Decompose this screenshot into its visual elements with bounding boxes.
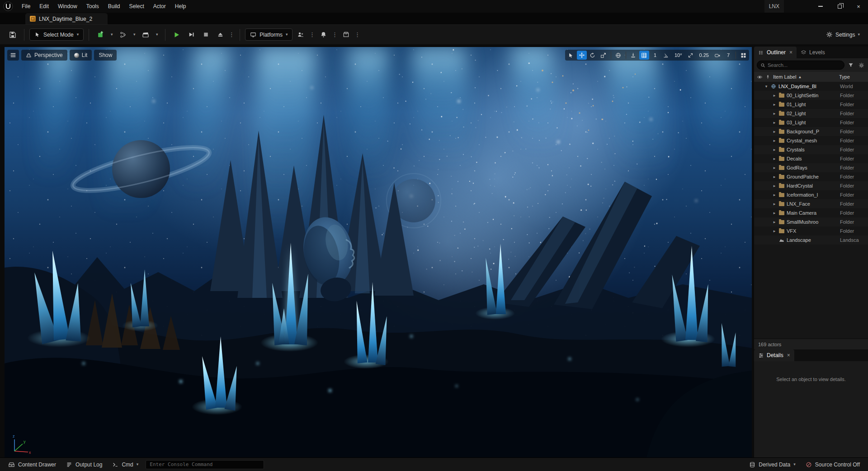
notifications-button[interactable] <box>317 28 330 41</box>
outliner-row[interactable]: ▸VFXFolder <box>754 226 868 236</box>
console-command-input[interactable] <box>146 460 264 469</box>
tab-outliner[interactable]: Outliner × <box>754 47 797 58</box>
outliner-row[interactable]: ▸Background_PFolder <box>754 127 868 136</box>
outliner-search[interactable] <box>757 61 844 70</box>
grid-snap-button[interactable] <box>639 51 649 60</box>
minimize-button[interactable] <box>811 0 830 13</box>
tab-levels[interactable]: Levels <box>797 47 829 58</box>
stop-button[interactable] <box>199 28 212 41</box>
outliner-row[interactable]: ▸01_LightFolder <box>754 100 868 109</box>
play-options-kebab[interactable]: ⋮ <box>228 28 235 41</box>
add-actor-button[interactable] <box>94 28 107 41</box>
outliner-row[interactable]: ▸DecalsFolder <box>754 154 868 163</box>
expand-arrow-icon[interactable]: ▸ <box>772 184 777 188</box>
scale-snap-button[interactable] <box>686 51 696 60</box>
scale-tool-button[interactable] <box>599 51 609 60</box>
expand-arrow-icon[interactable]: ▸ <box>772 129 777 134</box>
content-drawer-button[interactable]: Content Drawer <box>4 458 61 471</box>
pin-icon[interactable] <box>765 74 770 80</box>
rotation-snap-button[interactable] <box>661 51 671 60</box>
menu-actor[interactable]: Actor <box>149 0 170 13</box>
tab-details[interactable]: Details × <box>754 349 794 361</box>
outliner-row[interactable]: ▸CrystalsFolder <box>754 145 868 154</box>
viewport-options-button[interactable] <box>7 50 19 61</box>
menu-help[interactable]: Help <box>170 0 191 13</box>
camera-speed-value[interactable]: 7 <box>723 51 733 60</box>
column-item-label[interactable]: Item Label ▲ <box>773 74 836 80</box>
scale-snap-value[interactable]: 0.25 <box>697 51 712 60</box>
viewport-lit-dropdown[interactable]: Lit <box>70 50 92 61</box>
add-actor-chevron[interactable]: ▾ <box>108 28 115 41</box>
outliner-settings-button[interactable] <box>857 61 865 69</box>
unreal-logo[interactable] <box>3 1 14 12</box>
multi-user-kebab[interactable]: ⋮ <box>309 28 315 41</box>
menu-edit[interactable]: Edit <box>35 0 53 13</box>
package-kebab[interactable]: ⋮ <box>354 28 360 41</box>
filter-button[interactable] <box>847 61 855 69</box>
expand-arrow-icon[interactable]: ▸ <box>772 102 777 107</box>
select-tool-button[interactable] <box>566 51 576 60</box>
level-viewport[interactable]: Perspective Lit Show <box>5 47 752 457</box>
expand-arrow-icon[interactable]: ▸ <box>772 202 777 206</box>
outliner-row[interactable]: ▸LNX_FaceFolder <box>754 199 868 208</box>
blueprints-button[interactable] <box>117 28 129 41</box>
menu-window[interactable]: Window <box>53 0 82 13</box>
play-button[interactable] <box>170 28 183 41</box>
expand-arrow-icon[interactable]: ▸ <box>772 120 777 125</box>
select-mode-dropdown[interactable]: Select Mode ▾ <box>29 28 84 41</box>
expand-arrow-icon[interactable]: ▸ <box>772 111 777 116</box>
menu-tools[interactable]: Tools <box>82 0 104 13</box>
menu-file[interactable]: File <box>17 0 35 13</box>
expand-arrow-icon[interactable]: ▸ <box>772 93 777 98</box>
source-control-button[interactable]: Source Control Off <box>801 458 864 471</box>
grid-snap-value[interactable]: 1 <box>650 51 660 60</box>
move-tool-button[interactable] <box>577 51 587 60</box>
outliner-row[interactable]: ▸03_LightFolder <box>754 118 868 127</box>
outliner-row[interactable]: ▸00_LightSettinFolder <box>754 91 868 100</box>
expand-arrow-icon[interactable]: ▸ <box>772 174 777 179</box>
rotate-tool-button[interactable] <box>588 51 598 60</box>
expand-arrow-icon[interactable]: ▸ <box>772 220 777 224</box>
menu-select[interactable]: Select <box>124 0 148 13</box>
restore-button[interactable] <box>830 0 849 13</box>
notifications-kebab[interactable]: ⋮ <box>331 28 338 41</box>
outliner-row[interactable]: ▸02_LightFolder <box>754 109 868 118</box>
surface-snap-button[interactable] <box>628 51 638 60</box>
maximize-viewport-button[interactable] <box>738 51 748 60</box>
cinematics-button[interactable] <box>139 28 152 41</box>
outliner-row-world[interactable]: ▾ LNX_Daytime_Bl World <box>754 82 868 91</box>
outliner-row[interactable]: ▸HardCrystalFolder <box>754 181 868 190</box>
outliner-row[interactable]: ▸GodRaysFolder <box>754 163 868 172</box>
rotation-snap-value[interactable]: 10° <box>672 51 685 60</box>
eject-button[interactable] <box>214 28 226 41</box>
eye-icon[interactable] <box>757 74 763 80</box>
outliner-row[interactable]: ▸GroundPatcheFolder <box>754 172 868 181</box>
cinematics-chevron[interactable]: ▾ <box>154 28 160 41</box>
blueprints-chevron[interactable]: ▾ <box>131 28 137 41</box>
cmd-dropdown[interactable]: Cmd ▾ <box>108 458 143 471</box>
expand-arrow-icon[interactable]: ▸ <box>772 165 777 170</box>
outliner-row[interactable]: ▸Crystal_meshFolder <box>754 136 868 145</box>
viewport-perspective-dropdown[interactable]: Perspective <box>21 50 67 61</box>
multi-user-button[interactable] <box>294 28 307 41</box>
save-button[interactable] <box>6 28 19 41</box>
expand-arrow-icon[interactable]: ▾ <box>764 84 769 89</box>
outliner-row[interactable]: ▸SmallMushrooFolder <box>754 217 868 226</box>
expand-arrow-icon[interactable]: ▸ <box>772 193 777 197</box>
camera-speed-button[interactable] <box>712 51 722 60</box>
level-tab[interactable]: LNX_Daytime_Blue_2 <box>25 13 108 24</box>
viewport-scene[interactable] <box>5 47 752 457</box>
settings-dropdown[interactable]: Settings ▾ <box>824 28 862 41</box>
expand-arrow-icon[interactable]: ▸ <box>772 211 777 215</box>
outliner-row[interactable]: ▸Iceformation_lFolder <box>754 190 868 199</box>
search-input[interactable] <box>768 62 841 68</box>
output-log-button[interactable]: Output Log <box>61 458 107 471</box>
column-type[interactable]: Type <box>839 74 865 80</box>
world-coordinate-button[interactable] <box>613 51 623 60</box>
expand-arrow-icon[interactable]: ▸ <box>772 156 777 161</box>
outliner-row[interactable]: LandscapeLandsca <box>754 236 868 245</box>
close-button[interactable]: × <box>849 0 868 13</box>
expand-arrow-icon[interactable]: ▸ <box>772 138 777 143</box>
close-icon[interactable]: × <box>789 49 793 56</box>
expand-arrow-icon[interactable]: ▸ <box>772 147 777 152</box>
